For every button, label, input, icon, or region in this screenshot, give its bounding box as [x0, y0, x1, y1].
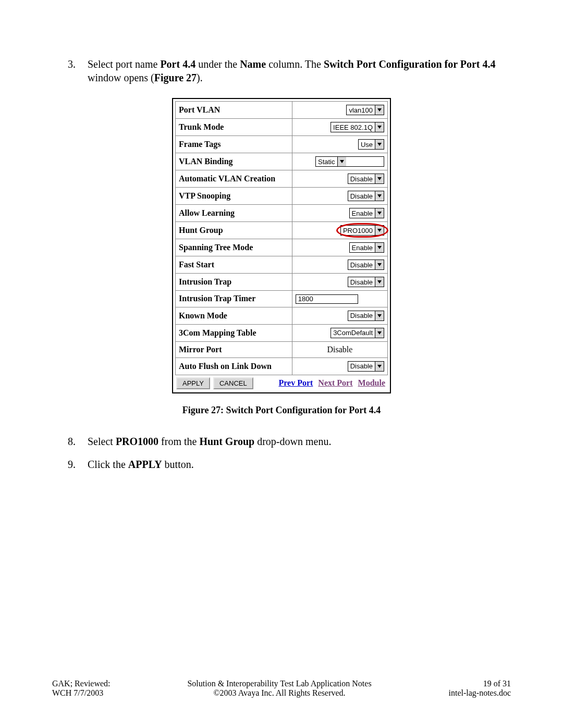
frame-tags-select[interactable]: Use [358, 139, 384, 150]
vlan-binding-select[interactable]: Static [315, 156, 384, 167]
footer-left-line2: WCH 7/7/2003 [52, 688, 111, 698]
config-value-cell: Disable [292, 357, 387, 375]
config-row: Allow LearningEnable [176, 205, 388, 222]
config-label: Fast Start [176, 256, 292, 274]
config-label: Port VLAN [176, 102, 292, 119]
dropdown-value: IEEE 802.1Q [331, 124, 375, 131]
highlight-circle-wrap: PRO1000 [340, 225, 384, 236]
config-label: Spanning Tree Mode [176, 239, 292, 256]
intrusion-trap-select[interactable]: Disable [348, 277, 384, 287]
step-number: 9. [68, 458, 76, 471]
next-port-link[interactable]: Next Port [318, 378, 352, 387]
config-label: VTP Snooping [176, 188, 292, 205]
three-com-mapping-select[interactable]: 3ComDefault [331, 328, 384, 338]
dropdown-value: Disable [348, 261, 375, 269]
config-label: Frame Tags [176, 136, 292, 153]
config-row: Auto Flush on Link DownDisable [176, 357, 388, 375]
step-number: 8. [68, 435, 76, 448]
chevron-down-icon [375, 362, 384, 371]
document-page: 3. Select port name Port 4.4 under the N… [0, 0, 563, 728]
allow-learning-select[interactable]: Enable [349, 208, 384, 218]
config-value-cell: vlan100 [292, 102, 387, 119]
dropdown-value: 3ComDefault [331, 329, 375, 337]
intrusion-trap-timer-input[interactable] [296, 294, 358, 304]
footer-center: Solution & Interoperability Test Lab App… [187, 679, 371, 698]
config-window: Port VLANvlan100Trunk ModeIEEE 802.1QFra… [172, 98, 391, 393]
config-value-cell: Disable [292, 188, 387, 205]
instruction-step-8: 8. Select PRO1000 from the Hunt Group dr… [73, 435, 511, 448]
config-value-cell [292, 291, 387, 307]
config-row: Intrusion TrapDisable [176, 274, 388, 291]
cancel-button[interactable]: CANCEL [213, 377, 253, 389]
config-row: Spanning Tree ModeEnable [176, 239, 388, 256]
config-table: Port VLANvlan100Trunk ModeIEEE 802.1QFra… [175, 101, 388, 375]
dropdown-value: Static [316, 158, 337, 166]
config-value-cell: Disable [292, 256, 387, 274]
config-row: VLAN BindingStatic [176, 153, 388, 170]
port-vlan-select[interactable]: vlan100 [346, 105, 384, 115]
known-mode-select[interactable]: Disable [348, 311, 384, 321]
chevron-down-icon [375, 311, 384, 320]
config-value-cell: Static [292, 153, 387, 170]
dropdown-value: Disable [348, 278, 375, 286]
mirror-port-value: Disable [296, 345, 384, 354]
prev-port-link[interactable]: Prev Port [278, 378, 313, 387]
module-link[interactable]: Module [358, 378, 385, 387]
vtp-snooping-select[interactable]: Disable [348, 191, 384, 201]
figure-27: Port VLANvlan100Trunk ModeIEEE 802.1QFra… [172, 98, 391, 416]
chevron-down-icon [375, 174, 384, 183]
footer-right: 19 of 31 intel-lag-notes.doc [448, 679, 511, 698]
config-row: Fast StartDisable [176, 256, 388, 274]
config-label: Intrusion Trap [176, 274, 292, 291]
config-value-cell: Enable [292, 239, 387, 256]
config-label: Mirror Port [176, 341, 292, 357]
config-label: Hunt Group [176, 222, 292, 239]
config-value-cell: 3ComDefault [292, 324, 387, 341]
config-value-cell: Enable [292, 205, 387, 222]
dropdown-value: Disable [348, 192, 375, 200]
trunk-mode-select[interactable]: IEEE 802.1Q [331, 122, 384, 132]
config-value-cell: PRO1000 [292, 222, 387, 239]
auto-vlan-creation-select[interactable]: Disable [348, 174, 384, 184]
config-row: VTP SnoopingDisable [176, 188, 388, 205]
footer-left-line1: GAK; Reviewed: [52, 679, 111, 688]
config-label: Auto Flush on Link Down [176, 357, 292, 375]
hunt-group-select[interactable]: PRO1000 [340, 225, 384, 236]
instruction-list: 3. Select port name Port 4.4 under the N… [52, 57, 511, 84]
instruction-step-9: 9. Click the APPLY button. [73, 458, 511, 471]
apply-button[interactable]: APPLY [176, 377, 210, 389]
instruction-step-3: 3. Select port name Port 4.4 under the N… [73, 57, 511, 84]
chevron-down-icon [337, 157, 346, 166]
instruction-list-2: 8. Select PRO1000 from the Hunt Group dr… [52, 435, 511, 471]
chevron-down-icon [375, 328, 384, 338]
spanning-tree-mode-select[interactable]: Enable [349, 242, 384, 253]
chevron-down-icon [375, 122, 384, 132]
auto-flush-select[interactable]: Disable [348, 361, 384, 372]
config-label: Known Mode [176, 307, 292, 324]
config-label: Trunk Mode [176, 119, 292, 136]
config-value-cell: Use [292, 136, 387, 153]
config-row: Port VLANvlan100 [176, 102, 388, 119]
config-label: VLAN Binding [176, 153, 292, 170]
config-row: Intrusion Trap Timer [176, 291, 388, 307]
config-row: Mirror PortDisable [176, 341, 388, 357]
dropdown-value: Disable [348, 175, 375, 183]
config-row: Automatic VLAN CreationDisable [176, 170, 388, 188]
chevron-down-icon [375, 105, 384, 115]
step-text: Click the APPLY button. [88, 459, 194, 470]
chevron-down-icon [375, 243, 384, 252]
config-value-cell: Disable [292, 170, 387, 188]
chevron-down-icon [375, 277, 384, 287]
config-value-cell: Disable [292, 341, 387, 357]
config-value-cell: Disable [292, 307, 387, 324]
config-value-cell: IEEE 802.1Q [292, 119, 387, 136]
step-text: Select PRO1000 from the Hunt Group drop-… [88, 436, 331, 447]
config-bottom-bar: APPLY CANCEL Prev Port Next Port Module [175, 377, 388, 390]
step-text: Select port name Port 4.4 under the Name… [88, 58, 495, 83]
config-label: Allow Learning [176, 205, 292, 222]
dropdown-value: Use [359, 141, 375, 149]
dropdown-value: Disable [348, 362, 375, 370]
fast-start-select[interactable]: Disable [348, 260, 384, 270]
config-value-cell: Disable [292, 274, 387, 291]
config-label: 3Com Mapping Table [176, 324, 292, 341]
